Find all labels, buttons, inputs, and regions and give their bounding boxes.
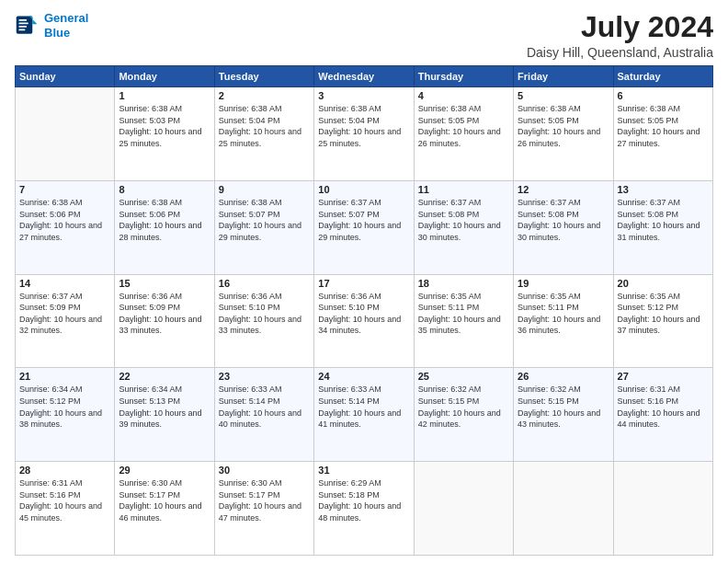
cell-date-number: 12 [518, 184, 609, 195]
cell-date-number: 13 [618, 184, 709, 195]
calendar-week-row: 21Sunrise: 6:34 AMSunset: 5:12 PMDayligh… [16, 368, 713, 462]
calendar-cell: 29Sunrise: 6:30 AMSunset: 5:17 PMDayligh… [115, 462, 214, 556]
cell-info: Sunrise: 6:38 AMSunset: 5:06 PMDaylight:… [119, 197, 210, 243]
header: General Blue July 2024 Daisy Hill, Queen… [15, 11, 713, 60]
calendar-cell [514, 462, 613, 556]
cell-info: Sunrise: 6:36 AMSunset: 5:10 PMDaylight:… [318, 291, 409, 337]
cell-info: Sunrise: 6:31 AMSunset: 5:16 PMDaylight:… [618, 384, 709, 430]
logo-text: General Blue [44, 11, 88, 40]
cell-info: Sunrise: 6:38 AMSunset: 5:05 PMDaylight:… [518, 103, 609, 149]
cell-date-number: 8 [119, 184, 210, 195]
cell-info: Sunrise: 6:29 AMSunset: 5:18 PMDaylight:… [318, 477, 409, 523]
day-header-saturday: Saturday [613, 66, 712, 87]
calendar-cell: 11Sunrise: 6:37 AMSunset: 5:08 PMDayligh… [414, 180, 513, 274]
cell-info: Sunrise: 6:38 AMSunset: 5:05 PMDaylight:… [618, 103, 709, 149]
calendar-week-row: 1Sunrise: 6:38 AMSunset: 5:03 PMDaylight… [16, 87, 713, 181]
cell-date-number: 22 [119, 371, 210, 382]
calendar-cell: 24Sunrise: 6:33 AMSunset: 5:14 PMDayligh… [314, 368, 414, 462]
day-header-wednesday: Wednesday [314, 66, 414, 87]
cell-info: Sunrise: 6:37 AMSunset: 5:09 PMDaylight:… [19, 291, 110, 337]
cell-date-number: 24 [318, 371, 409, 382]
cell-date-number: 14 [19, 278, 110, 289]
cell-info: Sunrise: 6:33 AMSunset: 5:14 PMDaylight:… [318, 384, 409, 430]
day-header-sunday: Sunday [16, 66, 115, 87]
cell-info: Sunrise: 6:37 AMSunset: 5:08 PMDaylight:… [418, 197, 509, 243]
cell-info: Sunrise: 6:34 AMSunset: 5:13 PMDaylight:… [119, 384, 210, 430]
cell-date-number: 5 [518, 90, 609, 101]
cell-info: Sunrise: 6:30 AMSunset: 5:17 PMDaylight:… [219, 477, 310, 523]
cell-info: Sunrise: 6:38 AMSunset: 5:07 PMDaylight:… [219, 197, 310, 243]
calendar-header-row: SundayMondayTuesdayWednesdayThursdayFrid… [16, 66, 713, 87]
cell-date-number: 31 [318, 465, 409, 476]
cell-date-number: 21 [19, 371, 110, 382]
cell-date-number: 2 [219, 90, 310, 101]
cell-info: Sunrise: 6:38 AMSunset: 5:03 PMDaylight:… [119, 103, 210, 149]
calendar-cell: 31Sunrise: 6:29 AMSunset: 5:18 PMDayligh… [314, 462, 414, 556]
cell-info: Sunrise: 6:30 AMSunset: 5:17 PMDaylight:… [119, 477, 210, 523]
cell-date-number: 7 [19, 184, 110, 195]
cell-date-number: 1 [119, 90, 210, 101]
cell-info: Sunrise: 6:35 AMSunset: 5:11 PMDaylight:… [518, 291, 609, 337]
cell-info: Sunrise: 6:37 AMSunset: 5:08 PMDaylight:… [518, 197, 609, 243]
cell-date-number: 4 [418, 90, 509, 101]
calendar-cell: 16Sunrise: 6:36 AMSunset: 5:10 PMDayligh… [214, 274, 313, 368]
cell-date-number: 27 [618, 371, 709, 382]
cell-info: Sunrise: 6:35 AMSunset: 5:12 PMDaylight:… [618, 291, 709, 337]
calendar-cell: 6Sunrise: 6:38 AMSunset: 5:05 PMDaylight… [613, 87, 712, 181]
calendar-table: SundayMondayTuesdayWednesdayThursdayFrid… [15, 65, 713, 556]
month-year-title: July 2024 [527, 11, 713, 43]
cell-date-number: 25 [418, 371, 509, 382]
calendar-cell: 4Sunrise: 6:38 AMSunset: 5:05 PMDaylight… [414, 87, 513, 181]
calendar-cell: 26Sunrise: 6:32 AMSunset: 5:15 PMDayligh… [514, 368, 613, 462]
cell-date-number: 17 [318, 278, 409, 289]
title-block: July 2024 Daisy Hill, Queensland, Austra… [527, 11, 713, 60]
cell-date-number: 9 [219, 184, 310, 195]
svg-rect-3 [18, 22, 28, 24]
calendar-cell: 3Sunrise: 6:38 AMSunset: 5:04 PMDaylight… [314, 87, 414, 181]
calendar-cell: 14Sunrise: 6:37 AMSunset: 5:09 PMDayligh… [16, 274, 115, 368]
calendar-cell: 8Sunrise: 6:38 AMSunset: 5:06 PMDaylight… [115, 180, 214, 274]
calendar-cell: 13Sunrise: 6:37 AMSunset: 5:08 PMDayligh… [613, 180, 712, 274]
calendar-cell: 20Sunrise: 6:35 AMSunset: 5:12 PMDayligh… [613, 274, 712, 368]
cell-info: Sunrise: 6:36 AMSunset: 5:10 PMDaylight:… [219, 291, 310, 337]
calendar-cell: 22Sunrise: 6:34 AMSunset: 5:13 PMDayligh… [115, 368, 214, 462]
cell-date-number: 30 [219, 465, 310, 476]
day-header-friday: Friday [514, 66, 613, 87]
calendar-cell: 30Sunrise: 6:30 AMSunset: 5:17 PMDayligh… [214, 462, 313, 556]
cell-info: Sunrise: 6:32 AMSunset: 5:15 PMDaylight:… [418, 384, 509, 430]
cell-date-number: 23 [219, 371, 310, 382]
cell-info: Sunrise: 6:38 AMSunset: 5:06 PMDaylight:… [19, 197, 110, 243]
cell-date-number: 18 [418, 278, 509, 289]
calendar-week-row: 28Sunrise: 6:31 AMSunset: 5:16 PMDayligh… [16, 462, 713, 556]
cell-date-number: 29 [119, 465, 210, 476]
svg-rect-0 [17, 16, 33, 33]
calendar-week-row: 14Sunrise: 6:37 AMSunset: 5:09 PMDayligh… [16, 274, 713, 368]
location-subtitle: Daisy Hill, Queensland, Australia [527, 45, 713, 60]
calendar-cell [16, 87, 115, 181]
cell-info: Sunrise: 6:35 AMSunset: 5:11 PMDaylight:… [418, 291, 509, 337]
calendar-cell: 7Sunrise: 6:38 AMSunset: 5:06 PMDaylight… [16, 180, 115, 274]
calendar-cell: 12Sunrise: 6:37 AMSunset: 5:08 PMDayligh… [514, 180, 613, 274]
svg-rect-4 [18, 26, 27, 28]
calendar-cell: 10Sunrise: 6:37 AMSunset: 5:07 PMDayligh… [314, 180, 414, 274]
calendar-cell: 17Sunrise: 6:36 AMSunset: 5:10 PMDayligh… [314, 274, 414, 368]
calendar-cell [414, 462, 513, 556]
cell-date-number: 15 [119, 278, 210, 289]
calendar-cell: 9Sunrise: 6:38 AMSunset: 5:07 PMDaylight… [214, 180, 313, 274]
logo-icon [15, 13, 40, 39]
calendar-cell: 23Sunrise: 6:33 AMSunset: 5:14 PMDayligh… [214, 368, 313, 462]
cell-info: Sunrise: 6:32 AMSunset: 5:15 PMDaylight:… [518, 384, 609, 430]
calendar-cell: 27Sunrise: 6:31 AMSunset: 5:16 PMDayligh… [613, 368, 712, 462]
cell-info: Sunrise: 6:34 AMSunset: 5:12 PMDaylight:… [19, 384, 110, 430]
cell-info: Sunrise: 6:38 AMSunset: 5:04 PMDaylight:… [318, 103, 409, 149]
calendar-page: General Blue July 2024 Daisy Hill, Queen… [0, 0, 728, 563]
cell-date-number: 11 [418, 184, 509, 195]
day-header-monday: Monday [115, 66, 214, 87]
cell-info: Sunrise: 6:33 AMSunset: 5:14 PMDaylight:… [219, 384, 310, 430]
calendar-week-row: 7Sunrise: 6:38 AMSunset: 5:06 PMDaylight… [16, 180, 713, 274]
cell-date-number: 3 [318, 90, 409, 101]
calendar-cell: 5Sunrise: 6:38 AMSunset: 5:05 PMDaylight… [514, 87, 613, 181]
cell-date-number: 26 [518, 371, 609, 382]
cell-date-number: 28 [19, 465, 110, 476]
cell-info: Sunrise: 6:31 AMSunset: 5:16 PMDaylight:… [19, 477, 110, 523]
